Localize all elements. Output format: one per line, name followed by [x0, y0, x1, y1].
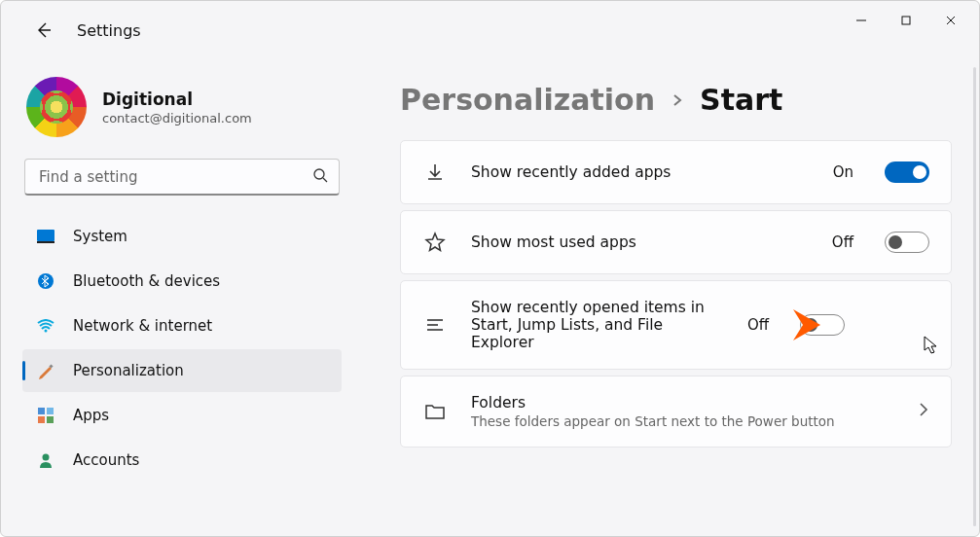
back-button[interactable] [32, 18, 55, 42]
svg-rect-12 [47, 408, 54, 414]
avatar [26, 77, 87, 137]
toggle-state-label: Off [832, 233, 853, 251]
svg-rect-13 [38, 416, 45, 423]
network-icon [36, 316, 55, 336]
sidebar-item-accounts[interactable]: Accounts [22, 439, 342, 482]
apps-icon [36, 406, 55, 425]
svg-point-15 [43, 454, 50, 461]
svg-rect-11 [38, 408, 45, 414]
search-input[interactable] [24, 159, 340, 196]
sidebar: Digitional contact@digitional.com System… [1, 67, 351, 536]
toggle-state-label: Off [747, 316, 769, 334]
setting-row: Show recently added appsOn [400, 140, 952, 204]
svg-rect-1 [902, 17, 910, 24]
close-button[interactable] [928, 5, 973, 36]
chevron-right-icon [918, 401, 929, 422]
setting-title: Folders [471, 394, 894, 412]
star-icon [422, 232, 448, 253]
profile-email: contact@digitional.com [102, 111, 252, 125]
svg-rect-6 [37, 230, 54, 241]
profile-name: Digitional [102, 90, 252, 109]
toggle-state-label: On [833, 163, 853, 181]
sidebar-item-system[interactable]: System [22, 215, 342, 258]
search-icon [312, 167, 328, 187]
system-icon [36, 227, 55, 246]
sidebar-item-apps[interactable]: Apps [22, 394, 342, 437]
sidebar-item-label: Personalization [73, 362, 184, 379]
main-content: Personalization Start Show recently adde… [351, 67, 979, 536]
setting-title: Show recently opened items in Start, Jum… [471, 299, 724, 351]
download-icon [422, 161, 448, 183]
accounts-icon [36, 450, 55, 470]
cursor-icon [924, 336, 939, 355]
sidebar-item-label: System [73, 228, 127, 245]
app-title: Settings [77, 21, 141, 40]
personalization-icon [36, 361, 55, 380]
scrollbar[interactable] [973, 67, 976, 526]
breadcrumb-current: Start [700, 83, 782, 117]
svg-point-4 [314, 169, 324, 179]
bluetooth-icon [36, 271, 55, 291]
chevron-right-icon [671, 88, 684, 112]
svg-line-5 [323, 178, 327, 182]
svg-rect-7 [37, 241, 54, 243]
svg-rect-14 [47, 416, 54, 423]
setting-row: Show recently opened items in Start, Jum… [400, 280, 952, 370]
setting-row[interactable]: FoldersThese folders appear on Start nex… [400, 376, 952, 448]
annotation-arrow-icon [791, 305, 834, 344]
breadcrumb-parent[interactable]: Personalization [400, 83, 655, 117]
toggle-switch[interactable] [885, 161, 929, 183]
minimize-button[interactable] [839, 5, 884, 36]
sidebar-item-bluetooth-devices[interactable]: Bluetooth & devices [22, 260, 342, 303]
maximize-button[interactable] [884, 5, 928, 36]
sidebar-item-label: Network & internet [73, 317, 212, 335]
folder-icon [422, 402, 448, 421]
setting-title: Show recently added apps [471, 163, 810, 181]
sidebar-item-personalization[interactable]: Personalization [22, 349, 342, 392]
svg-point-9 [45, 330, 48, 333]
window-titlebar [1, 1, 979, 40]
sidebar-item-network-internet[interactable]: Network & internet [22, 304, 342, 347]
breadcrumb: Personalization Start [400, 83, 952, 117]
setting-title: Show most used apps [471, 233, 809, 251]
profile-block[interactable]: Digitional contact@digitional.com [26, 77, 338, 137]
setting-row: Show most used appsOff [400, 210, 952, 274]
sidebar-item-label: Apps [73, 407, 109, 424]
list-icon [422, 314, 448, 336]
sidebar-item-label: Accounts [73, 451, 139, 469]
setting-subtitle: These folders appear on Start next to th… [471, 413, 894, 429]
sidebar-item-label: Bluetooth & devices [73, 272, 220, 290]
toggle-switch[interactable] [885, 232, 929, 253]
